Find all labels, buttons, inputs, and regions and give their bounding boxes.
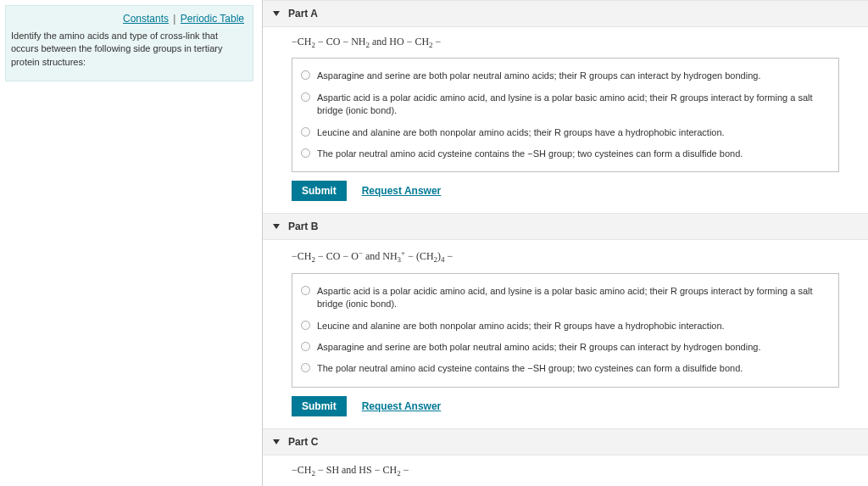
option-row[interactable]: Aspartic acid is a polar acidic amino ac… — [301, 281, 830, 316]
caret-down-icon — [273, 11, 280, 16]
part-a-formula: −CH2 − CO − NH2 and HO − CH2 − — [292, 36, 868, 49]
part-a-header[interactable]: Part A — [263, 0, 868, 27]
part-a: Part A −CH2 − CO − NH2 and HO − CH2 − As… — [263, 0, 868, 201]
request-answer-link[interactable]: Request Answer — [362, 185, 442, 197]
radio-icon[interactable] — [301, 127, 310, 137]
option-row[interactable]: The polar neutral amino acid cysteine co… — [301, 358, 830, 379]
submit-button[interactable]: Submit — [292, 181, 347, 201]
question-prompt-box: Constants | Periodic Table Identify the … — [5, 5, 253, 81]
sidebar: Constants | Periodic Table Identify the … — [0, 0, 263, 486]
option-row[interactable]: Leucine and alanine are both nonpolar am… — [301, 122, 830, 143]
option-text: Leucine and alanine are both nonpolar am… — [317, 126, 725, 139]
part-b-options: Aspartic acid is a polar acidic amino ac… — [292, 273, 839, 388]
part-b: Part B −CH2 − CO − O− and NH3+ − (CH2)4 … — [263, 213, 868, 416]
radio-icon[interactable] — [301, 342, 310, 351]
option-text: Aspartic acid is a polar acidic amino ac… — [317, 285, 830, 311]
option-row[interactable]: Leucine and alanine are both nonpolar am… — [301, 316, 830, 337]
part-a-actions: Submit Request Answer — [292, 181, 868, 201]
option-text: Asparagine and serine are both polar neu… — [317, 341, 760, 354]
caret-down-icon — [273, 224, 280, 229]
option-text: The polar neutral amino acid cysteine co… — [317, 148, 743, 160]
part-b-formula: −CH2 − CO − O− and NH3+ − (CH2)4 − — [292, 249, 868, 264]
option-text: The polar neutral amino acid cysteine co… — [317, 362, 743, 375]
part-c-header[interactable]: Part C — [263, 428, 868, 455]
option-row[interactable]: The polar neutral amino acid cysteine co… — [301, 143, 830, 165]
option-text: Aspartic acid is a polar acidic amino ac… — [317, 92, 830, 118]
reference-links: Constants | Periodic Table — [11, 13, 244, 25]
radio-icon[interactable] — [301, 70, 310, 80]
radio-icon[interactable] — [301, 363, 310, 372]
part-c: Part C −CH2 − SH and HS − CH2 − The pola… — [263, 428, 868, 486]
radio-icon[interactable] — [301, 92, 310, 102]
caret-down-icon — [273, 439, 280, 444]
part-b-actions: Submit Request Answer — [292, 396, 868, 416]
radio-icon[interactable] — [301, 321, 310, 330]
main-content: Part A −CH2 − CO − NH2 and HO − CH2 − As… — [263, 0, 868, 486]
part-a-options: Asparagine and serine are both polar neu… — [292, 58, 839, 172]
request-answer-link[interactable]: Request Answer — [362, 400, 442, 412]
constants-link[interactable]: Constants — [123, 13, 169, 25]
periodic-table-link[interactable]: Periodic Table — [181, 13, 244, 25]
radio-icon[interactable] — [301, 286, 310, 295]
radio-icon[interactable] — [301, 148, 310, 158]
part-b-header[interactable]: Part B — [263, 213, 868, 240]
option-row[interactable]: Asparagine and serine are both polar neu… — [301, 337, 830, 358]
option-text: Asparagine and serine are both polar neu… — [317, 70, 760, 82]
part-c-title: Part C — [288, 436, 318, 448]
submit-button[interactable]: Submit — [292, 396, 347, 416]
option-text: Leucine and alanine are both nonpolar am… — [317, 320, 725, 332]
link-separator: | — [173, 13, 175, 25]
part-b-title: Part B — [288, 221, 318, 232]
option-row[interactable]: Aspartic acid is a polar acidic amino ac… — [301, 87, 830, 122]
option-row[interactable]: Asparagine and serine are both polar neu… — [301, 65, 830, 87]
part-c-formula: −CH2 − SH and HS − CH2 − — [292, 464, 868, 478]
part-a-title: Part A — [288, 8, 318, 20]
question-prompt: Identify the amino acids and type of cro… — [11, 30, 244, 69]
